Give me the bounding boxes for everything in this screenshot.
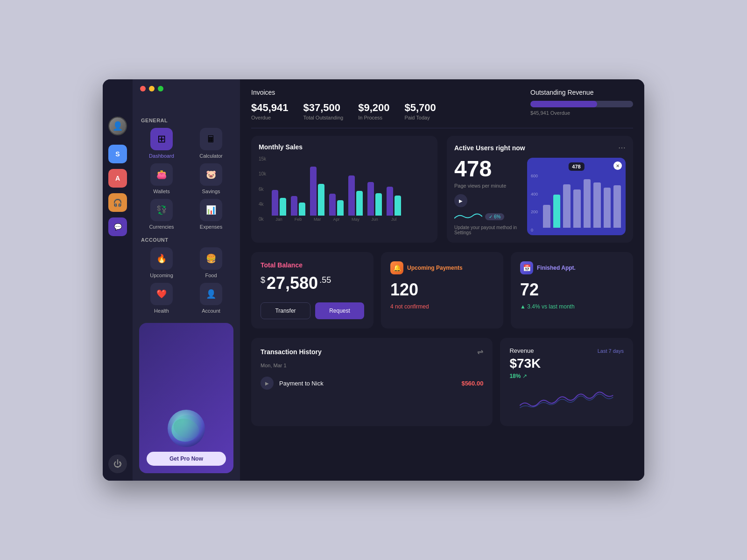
bar-jan-cyan xyxy=(280,198,286,216)
balance-amount: $ 27,580 .55 xyxy=(261,273,364,293)
bar-label-apr: Apr xyxy=(333,217,340,222)
filter-icon[interactable]: ⇌ xyxy=(477,347,483,356)
sidebar-item-calculator[interactable]: 🖩 Calculator xyxy=(189,128,233,159)
y-200: 200 xyxy=(531,210,538,214)
active-users-left: 478 Page views per minute ▶ ✓ 6% xyxy=(454,158,520,235)
icon-chat-btn[interactable]: 💬 xyxy=(108,217,127,236)
active-users-title: Active Users right now xyxy=(454,144,525,152)
active-users-content: 478 Page views per minute ▶ ✓ 6% xyxy=(454,158,626,235)
finished-appt-icon: 📅 xyxy=(520,261,533,274)
calculator-label: Calculator xyxy=(199,153,223,159)
dashboard-label: Dashboard xyxy=(149,153,174,159)
expenses-label: Expenses xyxy=(200,224,222,230)
invoices-stats: $45,941 Overdue $37,500 Total Outstandin… xyxy=(251,102,436,120)
stat-inprocess-amount: $9,200 xyxy=(358,102,389,114)
transfer-button[interactable]: Transfer xyxy=(261,302,310,319)
bar-jul-cyan xyxy=(395,196,401,216)
bar-group-mar: Mar xyxy=(310,167,324,222)
stat-overdue-label: Overdue xyxy=(251,115,289,120)
revenue-period[interactable]: Last 7 days xyxy=(598,348,624,354)
divider xyxy=(251,128,633,128)
calculator-icon: 🖩 xyxy=(200,128,222,150)
mini-chart-tooltip: 478 xyxy=(568,162,584,171)
active-users-desc: Page views per minute xyxy=(454,183,520,189)
y-label-15k: 15k xyxy=(259,156,266,161)
account-section-title: Account xyxy=(141,237,233,243)
bar-mar-purple xyxy=(310,167,317,216)
stat-outstanding: $37,500 Total Outstanding xyxy=(303,102,344,120)
bar-bars-feb xyxy=(291,196,305,216)
mini-close-button[interactable]: ✕ xyxy=(613,161,622,170)
sidebar-item-currencies[interactable]: 💱 Currencies xyxy=(139,199,184,230)
transaction-title: Transaction History xyxy=(261,348,322,356)
bar-chart-y-labels: 15k 10k 6k 4k 0k xyxy=(259,156,269,222)
revenue-chart xyxy=(509,387,624,417)
sidebar-item-savings[interactable]: 🐷 Savings xyxy=(189,163,233,194)
transaction-header: Transaction History ⇌ xyxy=(261,347,483,356)
expenses-icon: 📊 xyxy=(200,199,222,221)
power-button[interactable]: ⏻ xyxy=(108,455,127,473)
bar-label-jul: Jul xyxy=(391,217,397,222)
stat-overdue: $45,941 Overdue xyxy=(251,102,289,120)
close-dot[interactable] xyxy=(140,86,146,91)
wallets-icon: 👛 xyxy=(150,163,173,186)
balance-cents: .55 xyxy=(319,275,331,285)
minimize-dot[interactable] xyxy=(149,86,155,91)
revenue-wave-svg xyxy=(509,387,624,415)
sidebar-item-upcoming[interactable]: 🔥 Upcoming xyxy=(139,247,184,278)
finished-appt-card: 📅 Finished Appt. 72 ▲ 3.4% vs last month xyxy=(511,252,633,329)
check-icon: ✓ xyxy=(489,214,493,219)
sidebar-item-expenses[interactable]: 📊 Expenses xyxy=(189,199,233,230)
sidebar-item-account[interactable]: 👤 Account xyxy=(189,283,233,314)
bar-bars-jul xyxy=(387,187,401,216)
mini-bar-5 xyxy=(584,179,591,228)
savings-icon: 🐷 xyxy=(200,163,222,186)
y-label-4k: 4k xyxy=(259,202,266,207)
pro-card: Get Pro Now xyxy=(139,323,233,473)
finished-appt-sub: ▲ 3.4% vs last month xyxy=(520,303,624,310)
monthly-sales-card: Monthly Sales 15k 10k 6k 4k 0k xyxy=(251,136,437,243)
sidebar-item-wallets[interactable]: 👛 Wallets xyxy=(139,163,184,194)
request-button[interactable]: Request xyxy=(315,302,364,319)
sidebar-item-dashboard[interactable]: ⊞ Dashboard xyxy=(139,128,184,159)
finished-appt-header: 📅 Finished Appt. xyxy=(520,261,624,274)
mini-bar-4 xyxy=(573,189,581,228)
bar-bars-jun xyxy=(367,182,382,216)
savings-label: Savings xyxy=(202,189,220,194)
bar-jun-cyan xyxy=(375,193,382,216)
icon-headset-btn[interactable]: 🎧 xyxy=(108,193,127,212)
play-button[interactable]: ▶ xyxy=(454,194,467,207)
expand-icon[interactable]: ⋯ xyxy=(618,143,626,152)
sidebar-item-food[interactable]: 🍔 Food xyxy=(189,247,233,278)
app-window: 👤 S A 🎧 💬 ⏻ General ⊞ Dashboard 🖩 Calcul… xyxy=(103,79,644,481)
tx-play-icon[interactable]: ▶ xyxy=(261,377,274,390)
update-text: Update your payout method in Settings xyxy=(454,225,520,235)
mini-bar-3 xyxy=(563,184,571,228)
main-content: Invoices $45,941 Overdue $37,500 Total O… xyxy=(240,79,644,481)
transaction-date: Mon, Mar 1 xyxy=(261,363,483,368)
bar-bars-apr xyxy=(329,194,344,216)
bar-may-purple xyxy=(348,175,355,216)
y-label-0k: 0k xyxy=(259,217,266,222)
bar-apr-cyan xyxy=(337,200,344,216)
finished-appt-label: vs last month xyxy=(542,303,575,310)
balance-buttons: Transfer Request xyxy=(261,302,364,319)
avatar[interactable]: 👤 xyxy=(108,117,127,135)
pro-button[interactable]: Get Pro Now xyxy=(147,452,226,466)
icon-a-btn[interactable]: A xyxy=(108,169,127,188)
food-label: Food xyxy=(205,273,217,278)
invoices-title: Invoices xyxy=(251,89,436,96)
sidebar-item-health[interactable]: ❤️ Health xyxy=(139,283,184,314)
mini-bar-chart xyxy=(532,176,621,228)
mini-bar-1 xyxy=(543,205,550,228)
icon-s-btn[interactable]: S xyxy=(108,145,127,163)
stat-paidtoday-label: Paid Today xyxy=(404,115,436,120)
outstanding-label: $45,941 Overdue xyxy=(530,110,633,116)
upcoming-icon: 🔥 xyxy=(150,247,173,270)
maximize-dot[interactable] xyxy=(158,86,163,91)
sidebar: General ⊞ Dashboard 🖩 Calculator 👛 Walle… xyxy=(133,79,240,481)
monthly-sales-title: Monthly Sales xyxy=(259,143,430,151)
bar-group-jan: Jan xyxy=(272,190,286,222)
account-label: Account xyxy=(202,308,220,314)
active-users-number: 478 xyxy=(454,158,520,180)
